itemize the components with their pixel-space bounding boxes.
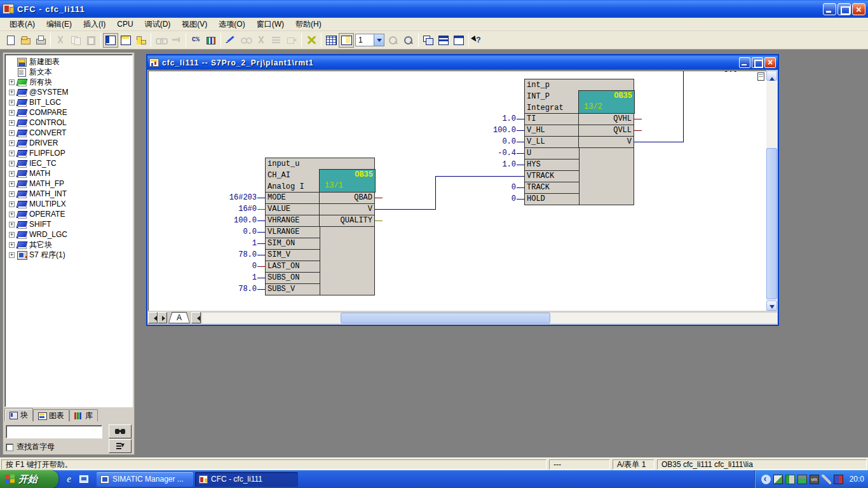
menu-item-window[interactable]: 窗口(W) <box>251 18 290 31</box>
expand-icon[interactable]: + <box>9 151 15 156</box>
chart-maximize-button[interactable] <box>752 57 763 68</box>
fit-window-button[interactable] <box>304 33 319 48</box>
pin-value[interactable]: 16#203 <box>229 193 257 203</box>
new-chart-button[interactable] <box>3 33 18 48</box>
block-input-u[interactable]: input_u CH_AI Analog I OB35 13/1 MODE16#… <box>265 158 375 295</box>
tree-item[interactable]: +所有块 <box>8 77 132 87</box>
hierarchy-view-button[interactable] <box>133 33 149 48</box>
input-pin-track[interactable]: TRACK0 <box>524 182 580 194</box>
tree-item[interactable]: +WRD_LGC <box>8 229 132 240</box>
tree-item[interactable]: +BIT_LGC <box>8 97 132 107</box>
expand-icon[interactable]: + <box>9 171 15 177</box>
clock[interactable]: 20:0 <box>846 475 865 484</box>
output-pin-qbad[interactable]: QBAD <box>319 192 375 204</box>
scroll-left-button[interactable] <box>191 312 201 323</box>
expand-icon[interactable]: + <box>9 212 15 217</box>
cascade-windows-button[interactable] <box>421 33 436 48</box>
vertical-scroll-thumb[interactable] <box>766 148 777 299</box>
tree-item[interactable]: +MULTIPLX <box>8 199 132 209</box>
tray-icon-plane[interactable] <box>822 475 831 484</box>
tree-item[interactable]: +MATH <box>8 168 132 179</box>
find-button[interactable] <box>109 424 132 438</box>
close-button[interactable] <box>852 3 865 15</box>
arrange-windows-button[interactable] <box>451 33 466 48</box>
tile-windows-button[interactable] <box>436 33 451 48</box>
input-pin-value[interactable]: VALUE16#0 <box>265 203 320 215</box>
pin-value[interactable]: 1.0 <box>502 159 516 170</box>
input-pin-last_on[interactable]: LAST_ON0 <box>265 261 320 273</box>
zoom-out-button[interactable] <box>401 33 416 48</box>
expand-icon[interactable]: + <box>9 100 15 105</box>
input-pin-v_ll[interactable]: V_LL0.0 <box>524 136 580 148</box>
scroll-up-button[interactable] <box>766 71 777 81</box>
show-desktop-icon[interactable] <box>78 474 89 485</box>
task-badge[interactable]: OB35 13/2 <box>578 90 635 114</box>
menu-item-insert[interactable]: 插入(I) <box>78 18 111 31</box>
pin-value[interactable]: 78.0 <box>238 250 257 261</box>
tray-collapse-icon[interactable] <box>761 475 771 484</box>
minimize-button[interactable] <box>823 3 836 15</box>
input-pin-mode[interactable]: MODE16#203 <box>265 192 320 204</box>
sheet-number-select[interactable]: 1 <box>355 34 384 46</box>
expand-icon[interactable]: + <box>9 90 15 95</box>
output-pin-v[interactable]: V <box>578 136 634 148</box>
open-chart-button[interactable] <box>18 33 33 48</box>
expand-icon[interactable]: + <box>9 222 15 227</box>
previous-sheet-button[interactable] <box>148 312 158 323</box>
expand-icon[interactable]: + <box>9 232 15 238</box>
chevron-down-icon[interactable] <box>374 34 384 46</box>
help-pointer-button[interactable]: ? <box>471 33 486 48</box>
tree-item[interactable]: +FLIPFLOP <box>8 148 132 158</box>
tree-item[interactable]: +DRIVER <box>8 138 132 148</box>
output-pin-qvll[interactable]: QVLL <box>578 125 634 137</box>
expand-icon[interactable]: + <box>9 242 15 248</box>
output-pin-v[interactable]: V <box>319 203 375 215</box>
menu-item-options[interactable]: 选项(O) <box>213 18 250 31</box>
task-badge[interactable]: OB35 13/1 <box>319 169 376 193</box>
block-tree[interactable]: 新建图表新文本+所有块+@SYSTEM+BIT_LGC+COMPARE+CONT… <box>4 54 133 407</box>
expand-icon[interactable]: + <box>9 140 15 146</box>
tab-charts[interactable]: 图表 <box>33 409 69 421</box>
pin-value[interactable]: 1 <box>252 273 257 283</box>
scroll-down-button[interactable] <box>766 301 777 311</box>
expand-icon[interactable]: + <box>9 252 15 258</box>
pin-value[interactable]: 100.0 <box>493 125 516 136</box>
chart-window-titlebar[interactable]: cfc_li111 -- S7Pro_2_Prj\plant1\rmt1 <box>147 55 778 70</box>
vertical-scrollbar[interactable] <box>766 71 777 311</box>
menu-item-cpu[interactable]: CPU <box>111 18 139 30</box>
input-pin-sim_on[interactable]: SIM_ON1 <box>265 238 320 250</box>
tree-item[interactable]: +@SYSTEM <box>8 87 132 97</box>
task-cfc[interactable]: CFC - cfc_li111 <box>195 472 298 487</box>
tree-item[interactable]: 新建图表 <box>8 57 132 67</box>
chart-minimize-button[interactable] <box>739 57 750 68</box>
menu-item-help[interactable]: 帮助(H) <box>290 18 327 31</box>
tray-icon-2[interactable] <box>785 475 795 484</box>
expand-icon[interactable]: + <box>9 201 15 207</box>
edit-mode-button[interactable] <box>223 33 238 48</box>
print-button[interactable] <box>33 33 48 48</box>
pin-value[interactable]: 100.0 <box>234 215 257 226</box>
tree-item[interactable]: 新文本 <box>8 67 132 77</box>
input-pin-vlrange[interactable]: VLRANGE0.0 <box>265 226 320 238</box>
chart-close-button[interactable] <box>764 57 776 68</box>
pin-value[interactable]: 0.0 <box>502 137 516 147</box>
expand-icon[interactable]: + <box>9 79 15 85</box>
internet-explorer-icon[interactable]: e <box>64 474 74 485</box>
find-initial-letter-checkbox[interactable] <box>6 444 13 451</box>
sheet-tab-a[interactable]: A <box>168 312 190 323</box>
output-pin-quality[interactable]: QUALITY <box>319 215 375 227</box>
tray-icon-3[interactable] <box>797 475 807 484</box>
expand-icon[interactable]: + <box>9 120 15 126</box>
expand-icon[interactable]: + <box>9 161 15 166</box>
tray-icon-vmware[interactable]: vm <box>810 475 819 484</box>
input-pin-hys[interactable]: HYS1.0 <box>524 159 580 171</box>
input-pin-u[interactable]: U-0.4 <box>524 147 580 159</box>
input-pin-hold[interactable]: HOLD0 <box>524 193 580 205</box>
pin-value[interactable]: 1.0 <box>502 114 516 125</box>
tray-icon-4[interactable] <box>834 475 843 484</box>
expand-icon[interactable]: + <box>9 181 15 187</box>
tree-item[interactable]: +OPERATE <box>8 209 132 219</box>
overview-button[interactable] <box>323 33 339 48</box>
tab-libraries[interactable]: 库 <box>69 409 98 421</box>
overflow-page-icon[interactable] <box>757 72 764 81</box>
